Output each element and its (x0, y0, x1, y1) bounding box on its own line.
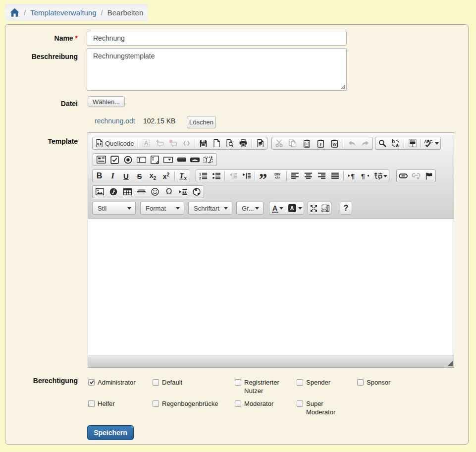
svg-text:b: b (392, 139, 395, 144)
svg-text:W: W (332, 142, 337, 147)
svg-text:2: 2 (199, 176, 201, 179)
svg-text:a: a (396, 143, 399, 148)
svg-text:T: T (319, 141, 322, 147)
svg-text:ABC: ABC (424, 139, 432, 144)
svg-text:¶: ¶ (351, 172, 355, 179)
svg-text:A: A (144, 140, 149, 147)
svg-text:1: 1 (199, 172, 201, 176)
svg-text:¶: ¶ (361, 172, 365, 179)
